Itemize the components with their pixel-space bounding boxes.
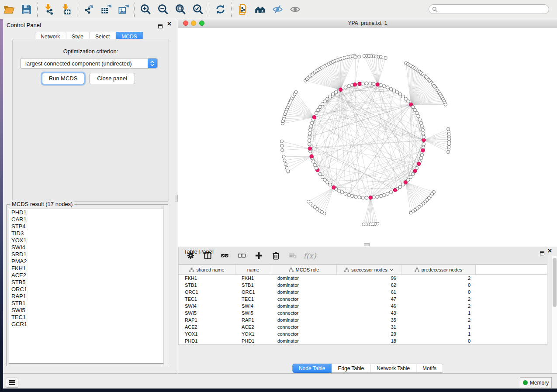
network-edge[interactable]	[370, 168, 417, 198]
table-row[interactable]: ORC1ORC1dominator610	[179, 289, 547, 296]
network-node[interactable]	[318, 105, 322, 109]
network-hub-node[interactable]	[308, 147, 311, 150]
network-edge[interactable]	[282, 148, 310, 150]
network-node[interactable]	[326, 181, 329, 184]
network-edge[interactable]	[283, 117, 314, 124]
network-edge[interactable]	[284, 156, 312, 157]
network-node[interactable]	[321, 175, 324, 179]
zoom-selected-button[interactable]	[189, 1, 207, 18]
network-node[interactable]	[282, 155, 285, 158]
network-node[interactable]	[401, 95, 405, 98]
table-row[interactable]: ACE2ACE2connector311	[179, 323, 547, 330]
network-node[interactable]	[418, 118, 422, 121]
network-edge[interactable]	[316, 71, 340, 89]
network-node[interactable]	[365, 196, 368, 199]
network-node[interactable]	[347, 85, 351, 88]
network-node[interactable]	[354, 55, 357, 58]
network-edge[interactable]	[327, 65, 341, 89]
network-edge[interactable]	[315, 187, 334, 207]
network-node[interactable]	[392, 89, 396, 92]
network-node[interactable]	[409, 175, 412, 179]
network-node[interactable]	[281, 148, 284, 151]
network-overview-button[interactable]	[251, 1, 269, 18]
tab-node-table[interactable]: Node Table	[292, 364, 332, 373]
network-edge[interactable]	[308, 78, 341, 89]
table-row[interactable]: SWI5SWI5connector431	[179, 309, 547, 316]
network-edge[interactable]	[424, 132, 449, 140]
network-node[interactable]	[344, 86, 347, 89]
network-node[interactable]	[308, 142, 311, 146]
network-edge[interactable]	[411, 91, 438, 105]
network-edge[interactable]	[330, 105, 411, 185]
mcds-result-item[interactable]: TEC1	[9, 314, 165, 321]
network-edge[interactable]	[313, 120, 405, 182]
mcds-result-item[interactable]: TID3	[9, 230, 165, 237]
network-edge[interactable]	[310, 141, 424, 148]
network-node[interactable]	[398, 93, 402, 96]
network-node[interactable]	[337, 189, 341, 193]
table-scrollbar[interactable]	[552, 256, 557, 373]
mcds-result-list[interactable]: PHD1CAR1STP4TID3YOX1SWI4SRD1PMA2FKH1ACE2…	[9, 209, 166, 364]
network-node[interactable]	[287, 170, 290, 173]
mcds-result-item[interactable]: STP4	[9, 223, 165, 230]
network-node[interactable]	[420, 153, 424, 157]
network-hub-node[interactable]	[312, 116, 316, 119]
network-node[interactable]	[315, 166, 318, 170]
network-edge[interactable]	[411, 83, 432, 105]
network-edge[interactable]	[366, 198, 371, 224]
network-edge[interactable]	[370, 198, 375, 224]
network-edge[interactable]	[400, 94, 405, 182]
network-node[interactable]	[401, 183, 405, 186]
clone-network-button[interactable]	[234, 1, 251, 18]
network-node[interactable]	[420, 125, 424, 128]
network-hub-node[interactable]	[339, 88, 342, 91]
network-node[interactable]	[386, 86, 389, 89]
network-node[interactable]	[344, 192, 347, 196]
window-close-button[interactable]	[183, 21, 188, 26]
network-hub-node[interactable]	[421, 149, 425, 152]
network-edge[interactable]	[377, 58, 385, 85]
table-row[interactable]: TEC1TEC1connector472	[179, 296, 547, 303]
table-row[interactable]: STB1STB1dominator620	[179, 282, 547, 289]
network-node[interactable]	[280, 144, 284, 147]
show-graphics-details-button[interactable]	[286, 1, 304, 18]
close-panel-button[interactable]: ✕	[167, 22, 172, 26]
network-node[interactable]	[311, 160, 315, 163]
window-minimize-button[interactable]	[191, 21, 196, 26]
network-edge[interactable]	[308, 187, 334, 202]
network-hub-node[interactable]	[310, 155, 313, 158]
network-node[interactable]	[409, 211, 412, 214]
import-network-button[interactable]	[40, 1, 57, 18]
network-edge[interactable]	[371, 56, 377, 84]
network-edge[interactable]	[310, 140, 424, 148]
delete-table-button[interactable]	[288, 251, 298, 261]
close-panel-button-mcds[interactable]: Close panel	[89, 73, 135, 84]
zoom-out-button[interactable]	[154, 1, 172, 18]
mcds-result-item[interactable]: STB1	[9, 300, 165, 307]
network-node[interactable]	[389, 191, 393, 194]
network-window-titlebar[interactable]: YPA_prune.txt_1	[178, 19, 557, 28]
network-edge[interactable]	[291, 100, 315, 117]
network-node[interactable]	[361, 82, 365, 86]
tab-motifs[interactable]: Motifs	[416, 364, 443, 373]
import-table-button[interactable]	[57, 1, 75, 18]
network-edge[interactable]	[318, 84, 356, 170]
network-edge[interactable]	[317, 187, 334, 209]
network-edge[interactable]	[284, 156, 311, 160]
column-header-name[interactable]: name	[235, 265, 271, 274]
network-hub-node[interactable]	[376, 83, 379, 86]
export-network-button[interactable]	[80, 1, 97, 18]
network-node[interactable]	[308, 139, 311, 142]
network-edge[interactable]	[316, 105, 411, 113]
network-node[interactable]	[422, 135, 426, 139]
network-edge[interactable]	[294, 94, 314, 117]
network-node[interactable]	[379, 194, 383, 198]
show-panels-menu-button[interactable]	[6, 378, 18, 388]
network-node[interactable]	[384, 56, 387, 59]
network-node[interactable]	[358, 55, 361, 58]
network-hub-node[interactable]	[332, 186, 336, 189]
add-column-button[interactable]	[254, 251, 263, 261]
refresh-layout-button[interactable]	[211, 1, 229, 18]
criterion-dropdown[interactable]: largest connected component (undirected)	[20, 58, 158, 69]
network-node[interactable]	[398, 185, 402, 189]
